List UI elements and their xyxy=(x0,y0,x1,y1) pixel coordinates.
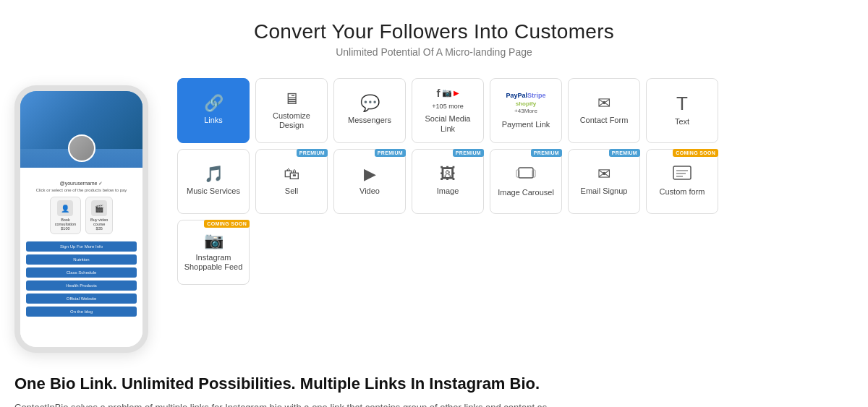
sell-icon: 🛍 xyxy=(284,166,299,182)
svg-rect-0 xyxy=(519,168,533,178)
custom-form-badge: COMING SOON xyxy=(673,149,718,157)
phone-btn-3: Class Schedule xyxy=(26,267,136,278)
music-icon: 🎵 xyxy=(204,166,224,182)
custom-form-icon xyxy=(673,166,692,183)
music-label: Music Services xyxy=(187,187,240,196)
grid-item-image[interactable]: PREMIUM 🖼 Image xyxy=(412,149,484,214)
carousel-icon xyxy=(516,166,536,184)
bottom-title: One Bio Link. Unlimited Possibilities. M… xyxy=(14,374,854,393)
customize-icon: 🖥 xyxy=(284,91,299,107)
grid-row-2: 🎵 Music Services PREMIUM 🛍 Sell PREMIUM … xyxy=(177,149,854,214)
instagram-feed-icon: 📷 xyxy=(204,233,224,249)
instagram-feed-badge: COMING SOON xyxy=(204,220,250,228)
phone-description: Click or select one of the products belo… xyxy=(29,188,135,192)
phone-mockup: @yourusername ✓ Click or select one of t… xyxy=(14,85,148,353)
grid-item-social-media[interactable]: f 📷 ▶ +105 more Social Media Link xyxy=(412,78,484,143)
messengers-label: Messengers xyxy=(348,116,391,125)
video-label: Video xyxy=(359,187,380,196)
messengers-icon: 💬 xyxy=(360,95,380,111)
phone-btn-1: Sign Up For More Info xyxy=(26,241,136,252)
phone-buttons: Sign Up For More Info Nutrition Class Sc… xyxy=(26,241,136,317)
grid-item-contact-form[interactable]: ✉ Contact Form xyxy=(568,78,640,143)
grid-item-custom-form[interactable]: COMING SOON Custom form xyxy=(646,149,718,214)
grid-row-3: COMING SOON 📷 Instagram Shoppable Feed xyxy=(177,220,854,285)
product-card-1: 👤 Bookconsultation $100 xyxy=(50,197,81,234)
social-more-label: +105 more xyxy=(432,103,463,110)
bottom-section: One Bio Link. Unlimited Possibilities. M… xyxy=(14,374,854,407)
payment-logo: PayPalStripe shopify +43More xyxy=(506,92,545,115)
contact-form-label: Contact Form xyxy=(580,116,629,125)
bottom-description: ContactInBio solves a problem of multipl… xyxy=(14,400,564,407)
image-badge: PREMIUM xyxy=(453,149,484,157)
phone-cover xyxy=(20,91,142,149)
avatar xyxy=(68,134,95,162)
grid-item-customize-design[interactable]: 🖥 Customize Design xyxy=(255,78,328,143)
email-label: Email Signup xyxy=(581,187,628,196)
product-price-2: $35 xyxy=(96,226,103,231)
grid-item-payment[interactable]: PayPalStripe shopify +43More Payment Lin… xyxy=(490,78,562,143)
product-price-1: $100 xyxy=(61,226,69,231)
product-icon-1: 👤 xyxy=(57,200,73,216)
grid-item-messengers[interactable]: 💬 Messengers xyxy=(333,78,406,143)
feature-grid: 🔗 Links 🖥 Customize Design 💬 Messengers xyxy=(177,78,854,291)
page-subtitle: Unlimited Potential Of A Micro-landing P… xyxy=(254,46,614,58)
svg-rect-3 xyxy=(673,166,691,179)
text-label: Text xyxy=(675,117,689,127)
grid-item-instagram-feed[interactable]: COMING SOON 📷 Instagram Shoppable Feed xyxy=(177,220,250,285)
phone-btn-5: Official Website xyxy=(26,294,136,304)
text-icon: T xyxy=(676,94,688,113)
product-icon-2: 🎬 xyxy=(91,200,107,216)
header: Convert Your Followers Into Customers Un… xyxy=(254,20,614,58)
grid-item-carousel[interactable]: PREMIUM Image Carousel xyxy=(490,149,562,214)
phone-username: @yourusername ✓ xyxy=(60,181,103,187)
page-title: Convert Your Followers Into Customers xyxy=(254,20,614,43)
sell-label: Sell xyxy=(285,187,298,196)
custom-form-label: Custom form xyxy=(660,187,705,197)
grid-item-links[interactable]: 🔗 Links xyxy=(177,78,250,143)
product-label-2: Buy videocourse xyxy=(90,218,108,226)
phone-btn-2: Nutrition xyxy=(26,254,136,265)
customize-label: Customize Design xyxy=(260,111,323,130)
payment-label: Payment Link xyxy=(502,120,550,129)
email-icon: ✉ xyxy=(597,166,610,182)
grid-row-1: 🔗 Links 🖥 Customize Design 💬 Messengers xyxy=(177,78,854,143)
grid-item-video[interactable]: PREMIUM ▶ Video xyxy=(333,149,406,214)
social-label: Social Media Link xyxy=(417,114,479,133)
video-badge: PREMIUM xyxy=(375,149,406,157)
image-icon: 🖼 xyxy=(440,166,456,182)
carousel-label: Image Carousel xyxy=(498,188,554,197)
social-icon: f 📷 ▶ xyxy=(437,87,459,98)
grid-item-email-signup[interactable]: PREMIUM ✉ Email Signup xyxy=(568,149,640,214)
product-card-2: 🎬 Buy videocourse $35 xyxy=(85,197,113,234)
grid-item-music[interactable]: 🎵 Music Services xyxy=(177,149,250,214)
sell-badge: PREMIUM xyxy=(297,149,328,157)
contact-form-icon: ✉ xyxy=(597,95,610,111)
grid-item-sell[interactable]: PREMIUM 🛍 Sell xyxy=(255,149,328,214)
phone-btn-6: On the blog xyxy=(26,307,136,317)
image-label: Image xyxy=(437,187,459,196)
instagram-feed-label: Instagram Shoppable Feed xyxy=(182,253,244,272)
phone-btn-4: Health Products xyxy=(26,280,136,291)
video-icon: ▶ xyxy=(364,166,376,182)
link-icon: 🔗 xyxy=(204,95,224,111)
grid-item-text[interactable]: T Text xyxy=(646,78,718,143)
email-badge: PREMIUM xyxy=(609,149,640,157)
carousel-badge: PREMIUM xyxy=(531,149,562,157)
links-label: Links xyxy=(204,116,223,125)
phone-products: 👤 Bookconsultation $100 🎬 Buy videocours… xyxy=(50,197,114,234)
product-label-1: Bookconsultation xyxy=(55,218,76,226)
